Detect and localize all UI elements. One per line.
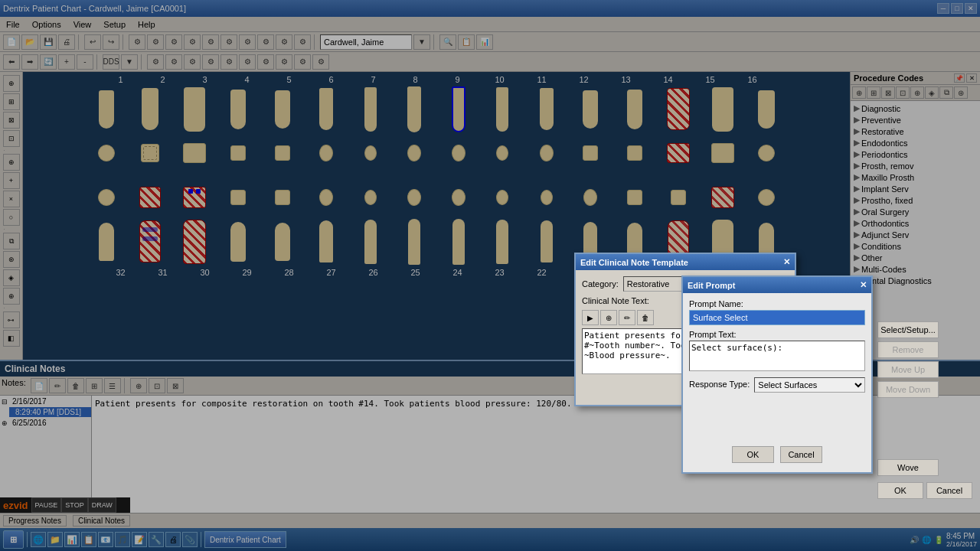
ep-title: Edit Prompt [688, 281, 735, 290]
ep-spacer [689, 397, 865, 443]
bottom-ok-button[interactable]: OK [877, 482, 923, 499]
ecnt-tb-3[interactable]: ✏ [619, 310, 635, 325]
ecnt-tb-1[interactable]: ▶ [582, 310, 599, 325]
ecnt-tb-4[interactable]: 🗑 [637, 310, 654, 325]
ecnt-category-label: Category: [582, 279, 619, 289]
ep-response-type-label: Response Type: [689, 380, 750, 389]
remove-button[interactable]: Remove [877, 341, 939, 358]
ecnt-close-button[interactable]: ✕ [783, 257, 790, 267]
ep-response-type-row: Response Type: Select Surfaces Text Numb… [689, 377, 865, 393]
ep-dialog-body: Prompt Name: Prompt Text: Select surface… [683, 293, 871, 472]
ep-dialog-header: Edit Prompt ✕ [683, 277, 871, 293]
ep-prompt-text-label: Prompt Text: [689, 330, 865, 339]
ep-close-button[interactable]: ✕ [860, 280, 867, 290]
ecnt-title: Edit Clinical Note Template [580, 258, 688, 267]
ecnt-dialog-header: Edit Clinical Note Template ✕ [576, 254, 795, 270]
ep-dialog: Edit Prompt ✕ Prompt Name: Prompt Text: … [681, 276, 873, 474]
ecnt-tb-2[interactable]: ⊕ [600, 310, 617, 325]
ep-prompt-text-area[interactable]: Select surface(s): [689, 341, 865, 371]
ep-prompt-name-label: Prompt Name: [689, 299, 865, 308]
ep-prompt-name-row: Prompt Name: [689, 299, 865, 325]
side-buttons-panel: Select/Setup... Remove Move Up Move Down… [877, 321, 972, 499]
ep-prompt-text-row: Prompt Text: Select surface(s): [689, 330, 865, 373]
ep-prompt-name-input[interactable] [689, 310, 865, 325]
ep-response-type-select[interactable]: Select Surfaces Text Number Date Yes/No [754, 377, 865, 393]
wove-button[interactable]: Wove [877, 459, 939, 476]
ep-cancel-button[interactable]: Cancel [780, 446, 822, 463]
select-setup-button[interactable]: Select/Setup... [877, 321, 939, 338]
move-up-button[interactable]: Move Up [877, 361, 939, 378]
ep-ok-button[interactable]: OK [732, 446, 774, 463]
move-down-button[interactable]: Move Down [877, 381, 939, 398]
ecnt-note-text-label: Clinical Note Text: [582, 296, 649, 305]
bottom-cancel-button[interactable]: Cancel [926, 482, 972, 499]
ep-dialog-buttons: OK Cancel [689, 443, 865, 466]
